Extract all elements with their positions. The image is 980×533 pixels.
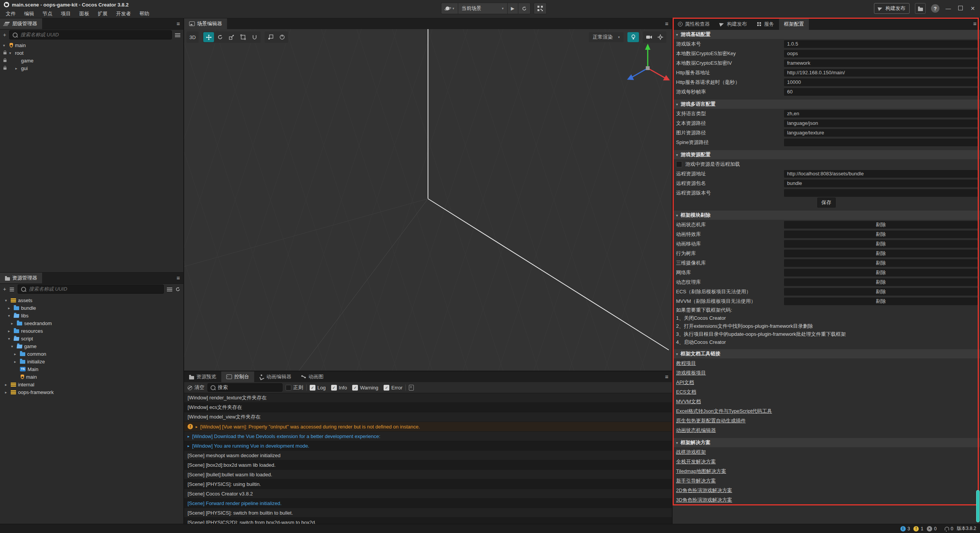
- expand-arrow-icon[interactable]: [5, 383, 11, 387]
- field-input[interactable]: http://192.168.0.150/main/: [784, 69, 978, 77]
- device-preview-button[interactable]: [534, 3, 547, 14]
- mode-3d-button[interactable]: 3D: [187, 32, 198, 42]
- scene-camera-button[interactable]: [644, 32, 654, 42]
- asset-node-row[interactable]: libs: [0, 312, 183, 319]
- expand-arrow-icon[interactable]: [5, 298, 11, 302]
- asset-node-row[interactable]: initialize: [0, 358, 183, 365]
- scene-selector-dropdown[interactable]: 当前场景 ▾: [458, 3, 507, 14]
- menu-item[interactable]: 开发者: [112, 10, 135, 18]
- hierarchy-menu-icon[interactable]: ≡: [176, 20, 180, 27]
- asset-node-row[interactable]: oops-framework: [0, 388, 183, 396]
- doc-link[interactable]: Excel格式转Json文件与TypeScript代码工具: [676, 408, 772, 415]
- section-header[interactable]: ▾ 游戏多语言配置: [673, 100, 980, 109]
- doc-link[interactable]: Tiledmap地图解决方案: [676, 468, 726, 475]
- inspector-tab[interactable]: 框架配置: [779, 18, 809, 30]
- expand-arrow-icon[interactable]: [11, 321, 17, 325]
- scene-menu-icon[interactable]: ≡: [665, 20, 668, 27]
- field-input[interactable]: 10000: [784, 78, 978, 86]
- expand-arrow-icon[interactable]: [14, 367, 20, 371]
- checkbox-icon[interactable]: [676, 161, 682, 167]
- restart-button[interactable]: [518, 3, 531, 14]
- warning-count-icon[interactable]: !: [913, 526, 919, 531]
- build-publish-button[interactable]: 构建发布: [874, 3, 910, 14]
- hierarchy-node-row[interactable]: game: [0, 57, 183, 64]
- minimize-button[interactable]: —: [945, 5, 952, 11]
- log-filter-checkbox[interactable]: ✓ Warning: [352, 385, 378, 391]
- menu-item[interactable]: 面板: [75, 10, 93, 18]
- asset-node-row[interactable]: Main: [0, 365, 183, 373]
- asset-node-row[interactable]: main: [0, 373, 183, 381]
- field-input[interactable]: language/json: [784, 119, 978, 127]
- maximize-button[interactable]: [957, 5, 964, 11]
- log-filter-checkbox[interactable]: ✓ Error: [384, 385, 402, 391]
- expand-arrow-icon[interactable]: [8, 306, 14, 310]
- info-count-icon[interactable]: i: [900, 526, 906, 531]
- remove-module-button[interactable]: 剔除: [784, 250, 978, 257]
- help-button[interactable]: ?: [931, 4, 939, 13]
- section-header[interactable]: ▾ 框架模块剔除: [673, 211, 980, 220]
- remove-module-button[interactable]: 剔除: [784, 221, 978, 229]
- field-input[interactable]: [784, 139, 978, 146]
- remove-module-button[interactable]: 剔除: [784, 298, 978, 305]
- field-input[interactable]: oops: [784, 50, 978, 57]
- filter-icon[interactable]: [167, 287, 172, 291]
- open-project-folder-button[interactable]: [915, 3, 926, 14]
- console-tab[interactable]: 动画编辑器: [254, 371, 296, 382]
- field-input[interactable]: 1.0.5: [784, 40, 978, 48]
- remove-module-button[interactable]: 剔除: [784, 269, 978, 276]
- section-header[interactable]: ▾ 游戏资源配置: [673, 150, 980, 159]
- asset-node-row[interactable]: resources: [0, 327, 183, 335]
- rect-tool-button[interactable]: [238, 32, 248, 42]
- add-asset-button[interactable]: +: [3, 286, 6, 292]
- expand-arrow-icon[interactable]: [5, 390, 11, 394]
- section-header[interactable]: ▾ 框架文档工具链接: [673, 349, 980, 358]
- transform-gizmo-button[interactable]: [249, 32, 260, 42]
- doc-link[interactable]: 教程项目: [676, 360, 696, 367]
- field-input[interactable]: language/texture: [784, 129, 978, 137]
- expand-arrow-icon[interactable]: [3, 43, 9, 47]
- remove-module-button[interactable]: 剔除: [784, 288, 978, 296]
- render-mode-dropdown[interactable]: 正常渲染 ▾: [589, 32, 624, 42]
- console-search-input[interactable]: 搜索: [207, 383, 283, 392]
- doc-link[interactable]: API文档: [676, 379, 694, 386]
- snap-pivot-button[interactable]: [265, 32, 276, 42]
- expand-arrow-icon[interactable]: [8, 314, 14, 318]
- doc-link[interactable]: 动画状态机编辑器: [676, 427, 716, 434]
- move-tool-button[interactable]: [203, 32, 214, 42]
- doc-link[interactable]: 全栈开发解决方案: [676, 458, 716, 465]
- remove-module-button[interactable]: 剔除: [784, 231, 978, 238]
- tab-scene-editor[interactable]: 场景编辑器: [184, 18, 227, 29]
- expand-arrow-icon[interactable]: [9, 51, 15, 55]
- expand-arrow-icon[interactable]: [8, 329, 14, 333]
- filter-icon[interactable]: [175, 33, 180, 37]
- field-input[interactable]: [784, 189, 978, 197]
- field-input[interactable]: http://localhost:8083/assets/bundle: [784, 170, 978, 178]
- assets-search-input[interactable]: 搜索名称或 UUID: [18, 284, 164, 294]
- asset-node-row[interactable]: bundle: [0, 304, 183, 312]
- section-header[interactable]: ▾ 框架解决方案: [673, 438, 980, 447]
- scene-viewport[interactable]: 3D: [184, 29, 672, 371]
- doc-link[interactable]: 新手引导解决方案: [676, 477, 716, 484]
- expand-arrow-icon[interactable]: [15, 66, 21, 70]
- log-filter-checkbox[interactable]: ✓ Log: [310, 385, 326, 391]
- log-file-icon[interactable]: [409, 385, 414, 391]
- console-menu-icon[interactable]: ≡: [665, 373, 668, 380]
- add-node-button[interactable]: +: [3, 32, 6, 38]
- axis-gizmo[interactable]: [622, 41, 672, 90]
- hierarchy-search-input[interactable]: 搜索名称或 UUID: [9, 30, 172, 39]
- expand-arrow-icon[interactable]: [14, 360, 20, 364]
- menu-item[interactable]: 帮助: [135, 10, 154, 18]
- log-filter-checkbox[interactable]: ✓ Info: [331, 385, 347, 391]
- asset-node-row[interactable]: game: [0, 342, 183, 350]
- preview-target-button[interactable]: ▾: [441, 3, 458, 14]
- inspector-tab[interactable]: 服务: [752, 18, 779, 30]
- menu-item[interactable]: 编辑: [20, 10, 38, 18]
- doc-link[interactable]: 原生包热更新配置自动生成插件: [676, 417, 746, 424]
- expand-arrow-icon[interactable]: [14, 352, 20, 356]
- doc-link[interactable]: ECS文档: [676, 389, 696, 396]
- snap-space-button[interactable]: [277, 32, 287, 42]
- save-button[interactable]: 保存: [817, 198, 836, 208]
- console-tab[interactable]: 动画图: [296, 371, 328, 382]
- rotate-tool-button[interactable]: [215, 32, 225, 42]
- expand-arrow-icon[interactable]: [15, 59, 21, 63]
